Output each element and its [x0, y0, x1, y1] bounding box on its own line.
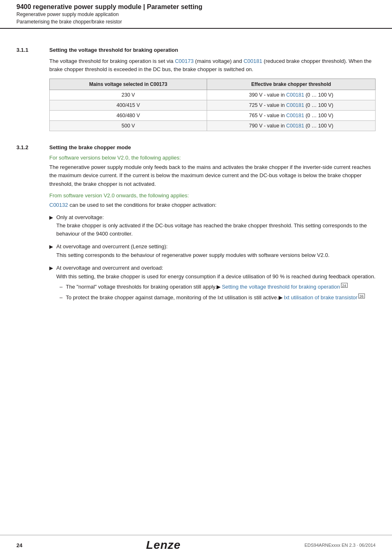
section-312-title: Setting the brake chopper mode: [49, 144, 131, 150]
page-wrapper: 9400 regenerative power supply module | …: [0, 0, 392, 555]
bullet-arrow-0: ▶: [49, 214, 53, 221]
sub-link-2-1[interactable]: Ixt utilisation of brake transistor: [284, 294, 357, 302]
bullet-desc-0: The brake chopper is only activated if t…: [56, 222, 376, 238]
section-311-middle: (mains voltage) and: [195, 58, 242, 64]
sub-arrow-icon-2-0: ▶: [217, 283, 221, 291]
bullet-item-1: ▶At overvoltage and overcurrent (Lenze s…: [49, 243, 376, 259]
section-311-title: Setting the voltage threshold for brakin…: [49, 47, 178, 53]
bullet-arrow-1: ▶: [49, 243, 53, 250]
green-label-2: From software version V2.0 onwards, the …: [49, 192, 376, 199]
header-title: 9400 regenerative power supply module | …: [16, 3, 376, 11]
link-c00132[interactable]: C00132: [49, 202, 68, 208]
bullet-title-1: At overvoltage and overcurrent (Lenze se…: [56, 243, 168, 250]
section-311-num: 3.1.1: [16, 47, 49, 53]
link-c00181-row-3[interactable]: C00181: [286, 123, 304, 129]
bullet-item-0: ▶Only at overvoltage:The brake chopper i…: [49, 213, 376, 238]
table-row-threshold-1: 725 V - value in C00181 (0 … 100 V): [207, 100, 376, 111]
page-ref-2-1: 26: [358, 294, 365, 298]
sub-bullet-item-2-1: –To protect the brake chopper against da…: [56, 294, 376, 302]
content: 3.1.1 Setting the voltage threshold for …: [0, 29, 392, 333]
sub-bullet-item-2-0: –The "normal" voltage thresholds for bra…: [56, 283, 376, 291]
header-bar: 9400 regenerative power supply module | …: [0, 0, 392, 29]
header-sub1: Regenerative power supply module applica…: [16, 11, 376, 18]
table-col2-header: Effective brake chopper threshold: [207, 79, 376, 90]
link-c00173[interactable]: C00173: [175, 58, 194, 64]
bullet-desc-1: This setting corresponds to the behaviou…: [56, 251, 330, 259]
link-c00181-row-1[interactable]: C00181: [286, 102, 304, 108]
sub-bullet-content-2-0: The "normal" voltage thresholds for brak…: [66, 283, 217, 291]
footer: 24 Lenze EDS94ARNExxxx EN 2.3 · 06/2014: [0, 535, 392, 555]
bullet-arrow-2: ▶: [49, 264, 53, 272]
table-row-threshold-0: 390 V - value in C00181 (0 … 100 V): [207, 90, 376, 100]
table-row-threshold-3: 790 V - value in C00181 (0 … 100 V): [207, 121, 376, 131]
sub-arrow-icon-2-1: ▶: [279, 294, 283, 302]
table-row-threshold-2: 765 V - value in C00181 (0 … 100 V): [207, 111, 376, 121]
para2-rest: can be used to set the conditions for br…: [69, 202, 217, 208]
section-311-body: The voltage threshold for braking operat…: [49, 57, 376, 131]
bullet-title-2: At overvoltage and overcurrent and overl…: [56, 265, 163, 271]
section-312-num: 3.1.2: [16, 144, 49, 150]
section-311-intro-para: The voltage threshold for braking operat…: [49, 57, 376, 74]
section-311-heading: 3.1.1 Setting the voltage threshold for …: [16, 47, 376, 53]
header-sub2: Parameterising the brake chopper/brake r…: [16, 18, 376, 25]
page-ref-2-0: 24: [341, 283, 348, 288]
link-c00181-row-2[interactable]: C00181: [286, 113, 304, 118]
sub-bullet-content-2-1: To protect the brake chopper against dam…: [66, 294, 278, 302]
bullet-content-0: Only at overvoltage:The brake chopper is…: [56, 213, 376, 238]
bullet-item-2: ▶At overvoltage and overcurrent and over…: [49, 264, 376, 304]
table-row-voltage-3: 500 V: [50, 121, 207, 131]
bullet-list: ▶Only at overvoltage:The brake chopper i…: [49, 213, 376, 304]
sub-bullet-list-2: –The "normal" voltage thresholds for bra…: [56, 283, 376, 301]
footer-page-number: 24: [16, 542, 22, 548]
table-row-voltage-1: 400/415 V: [50, 100, 207, 111]
section-312-heading: 3.1.2 Setting the brake chopper mode: [16, 144, 376, 150]
link-c00181-intro[interactable]: C00181: [244, 58, 263, 64]
table-row-voltage-2: 460/480 V: [50, 111, 207, 121]
bullet-title-0: Only at overvoltage:: [56, 214, 104, 220]
table-row-voltage-0: 230 V: [50, 90, 207, 100]
section-311-intro-text: The voltage threshold for braking operat…: [49, 58, 173, 64]
green-label-1: For software versions below V2.0, the fo…: [49, 155, 376, 161]
sub-link-2-0[interactable]: Setting the voltage threshold for brakin…: [222, 283, 340, 291]
bullet-content-2: At overvoltage and overcurrent and overl…: [56, 264, 376, 304]
sub-dash-2-1: –: [60, 294, 62, 302]
section-312-para1: The regenerative power supply module onl…: [49, 163, 376, 188]
table-col1-header: Mains voltage selected in C00173: [50, 79, 207, 90]
voltage-threshold-table: Mains voltage selected in C00173 Effecti…: [49, 79, 376, 131]
section-312-para2: C00132 can be used to set the conditions…: [49, 201, 376, 209]
footer-doc-ref: EDS94ARNExxxx EN 2.3 · 06/2014: [304, 543, 376, 548]
section-312-body: For software versions below V2.0, the fo…: [49, 155, 376, 304]
footer-logo: Lenze: [146, 539, 181, 552]
sub-dash-2-0: –: [60, 283, 62, 291]
link-c00181-row-0[interactable]: C00181: [286, 92, 304, 98]
bullet-desc-2: With this setting, the brake chopper is …: [56, 273, 376, 281]
bullet-content-1: At overvoltage and overcurrent (Lenze se…: [56, 243, 330, 259]
